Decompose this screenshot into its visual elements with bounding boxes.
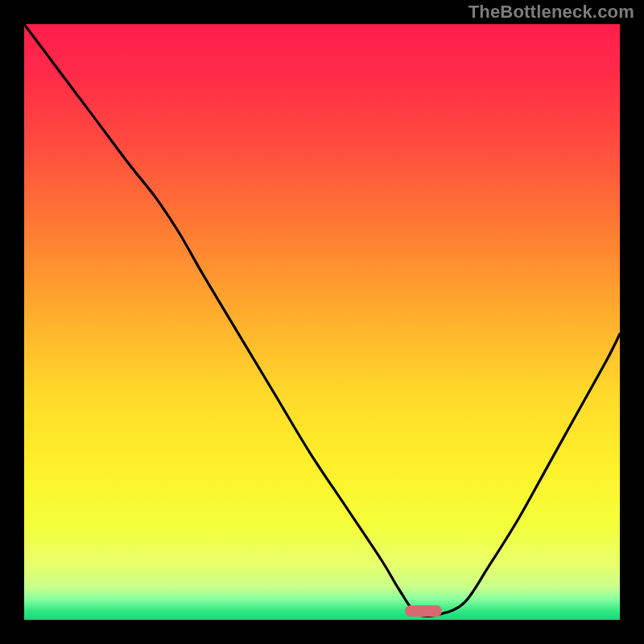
- watermark-text: TheBottleneck.com: [469, 2, 634, 23]
- plot-area: [24, 24, 620, 620]
- chart-frame: TheBottleneck.com: [0, 0, 644, 644]
- optimal-marker: [405, 605, 442, 617]
- bottleneck-curve: [24, 24, 620, 620]
